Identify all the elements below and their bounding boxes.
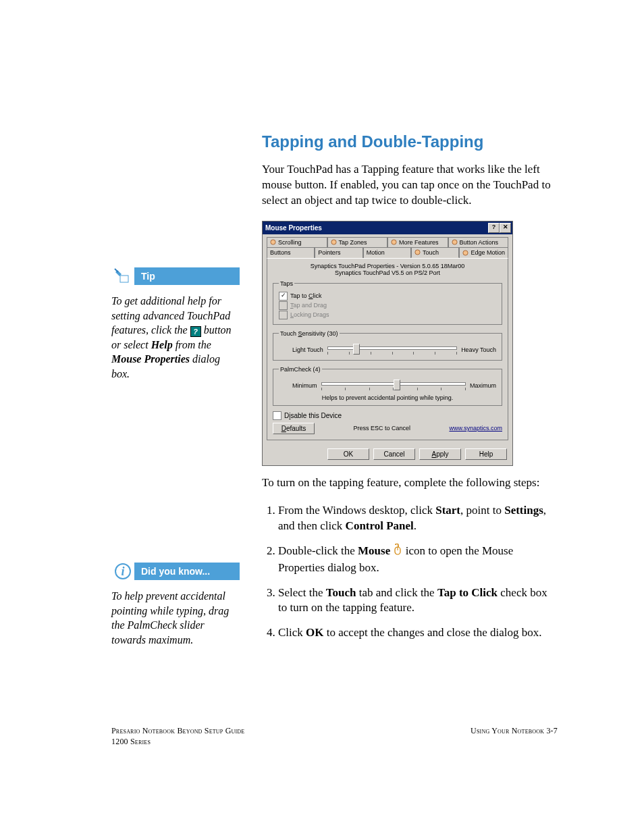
pushpin-icon (111, 267, 134, 286)
version-line-1: Synaptics TouchPad Properties - Version … (273, 263, 502, 269)
tab-content-touch: Synaptics TouchPad Properties - Version … (267, 258, 508, 440)
step-1: From the Windows desktop, click Start, p… (278, 503, 558, 534)
checkbox-icon (279, 311, 288, 319)
svg-point-8 (452, 240, 456, 244)
dialog-button-row: OK Cancel Apply Help (263, 444, 512, 465)
palmcheck-slider[interactable] (321, 380, 466, 392)
dialog-titlebar: Mouse Properties ? ✕ (263, 221, 512, 234)
tab-edgemotion[interactable]: Edge Motion (459, 247, 508, 258)
tab-label: Edge Motion (471, 249, 505, 256)
tab-row-1: Scrolling Tap Zones More Features Button… (263, 234, 512, 247)
svg-point-10 (463, 251, 468, 255)
slider-label-left: Minimum (292, 382, 317, 389)
svg-point-9 (415, 250, 420, 255)
tab-row-2: Buttons Pointers Motion Touch Edge Motio… (263, 247, 512, 258)
sensitivity-group: Touch Sensitivity (30) Light Touch Heavy… (273, 330, 502, 361)
palmcheck-helper: Helps to prevent accidental pointing whi… (279, 394, 496, 401)
slider-label-left: Light Touch (292, 346, 323, 353)
palmcheck-legend: PalmCheck (4) (279, 366, 322, 373)
cancel-button[interactable]: Cancel (373, 448, 415, 460)
tip-callout: Tip To get additional help for setting a… (111, 267, 240, 382)
esc-hint: Press ESC to Cancel (353, 425, 410, 432)
tab-pointers[interactable]: Pointers (315, 247, 363, 258)
checkbox-icon (279, 301, 288, 310)
dialog-title: Mouse Properties (265, 224, 322, 232)
tab-label: More Features (399, 239, 439, 246)
didyouknow-callout: i Did you know... To help prevent accide… (111, 562, 240, 647)
tip-text-3: from the (173, 339, 211, 350)
tip-label: Tip (134, 267, 240, 285)
tip-bold-1: Help (151, 339, 173, 350)
didyouknow-header: i Did you know... (111, 562, 240, 581)
help-button[interactable]: Help (465, 448, 507, 460)
tab-touch[interactable]: Touch (411, 247, 459, 258)
checkbox-label: Locking Drags (290, 311, 329, 318)
footer-series: 1200 Series (111, 737, 244, 748)
titlebar-close-button[interactable]: ✕ (500, 223, 511, 233)
mouse-icon (393, 544, 402, 561)
finger-icon (462, 250, 468, 256)
svg-point-5 (271, 240, 275, 244)
footer-section-page: Using Your Notebook 3-7 (471, 726, 558, 736)
tab-label: Pointers (318, 249, 340, 256)
step-3: Select the Touch tab and click the Tap t… (278, 585, 558, 617)
sensitivity-legend: Touch Sensitivity (30) (279, 330, 340, 337)
svg-point-7 (392, 240, 396, 244)
apply-button[interactable]: Apply (419, 448, 461, 460)
checkbox-icon: ✓ (279, 292, 288, 301)
footer-guide-title: Presario Notebook Beyond Setup Guide (111, 726, 244, 737)
checkbox-tap-and-drag[interactable]: Tap and Drag (279, 301, 496, 310)
tip-body: To get additional help for setting advan… (111, 294, 240, 382)
finger-icon (270, 239, 276, 245)
svg-point-6 (331, 240, 336, 244)
sensitivity-slider[interactable] (327, 344, 457, 356)
intro-paragraph: Your TouchPad has a Tapping feature that… (262, 162, 558, 209)
tab-motion[interactable]: Motion (363, 247, 411, 258)
defaults-button[interactable]: Defaults (273, 423, 315, 434)
finger-icon (391, 239, 397, 245)
svg-text:i: i (121, 565, 124, 578)
tab-label: Scrolling (278, 239, 302, 246)
checkbox-label: Tap to Click (290, 292, 322, 299)
tab-scrolling[interactable]: Scrolling (267, 237, 327, 247)
tab-label: Button Actions (460, 239, 499, 246)
taps-legend: Taps (279, 280, 294, 287)
tip-bold-2: Mouse Properties (111, 353, 190, 365)
taps-group: Taps ✓ Tap to Click Tap and Drag Locking… (273, 280, 502, 325)
page-footer: Presario Notebook Beyond Setup Guide 120… (111, 726, 558, 747)
tab-label: Tap Zones (339, 239, 367, 246)
step-2: Double-click the Mouse icon to open the … (278, 544, 558, 576)
step-4: Click OK to accept the changes and close… (278, 625, 558, 641)
version-line-2: Synaptics TouchPad V5.5 on PS/2 Port (273, 269, 502, 276)
didyouknow-label: Did you know... (134, 563, 240, 580)
tab-tapzones[interactable]: Tap Zones (327, 237, 388, 247)
checkbox-locking-drags[interactable]: Locking Drags (279, 311, 496, 319)
palmcheck-group: PalmCheck (4) Minimum Maximum Helps to p… (273, 366, 502, 406)
ok-button[interactable]: OK (327, 448, 369, 460)
tab-morefeatures[interactable]: More Features (387, 237, 448, 247)
finger-icon (452, 239, 458, 245)
slider-label-right: Maximum (470, 382, 496, 389)
tip-header: Tip (111, 267, 240, 286)
synaptics-link[interactable]: www.synaptics.com (449, 425, 502, 432)
checkbox-label: Tap and Drag (290, 302, 327, 309)
help-icon: ? (190, 326, 201, 337)
didyouknow-body: To help prevent accidental pointing whil… (111, 589, 240, 647)
checkbox-label: Disable this Device (284, 412, 342, 419)
checkbox-disable-device[interactable]: Disable this Device (273, 411, 502, 420)
checkbox-icon (273, 411, 281, 420)
titlebar-help-button[interactable]: ? (488, 223, 500, 233)
finger-icon (414, 249, 421, 255)
svg-rect-0 (120, 276, 128, 282)
tab-buttonactions[interactable]: Button Actions (448, 237, 509, 247)
tab-buttons[interactable]: Buttons (267, 247, 315, 258)
slider-label-right: Heavy Touch (461, 346, 496, 353)
mouse-properties-dialog: Mouse Properties ? ✕ Scrolling Tap Zones… (262, 221, 513, 466)
tab-label: Motion (367, 249, 385, 256)
finger-icon (331, 239, 337, 245)
after-dialog-text: To turn on the tapping feature, complete… (262, 475, 558, 491)
steps-list: From the Windows desktop, click Start, p… (262, 503, 558, 642)
info-icon: i (111, 562, 134, 581)
checkbox-tap-to-click[interactable]: ✓ Tap to Click (279, 292, 496, 301)
tab-label: Touch (423, 249, 439, 256)
